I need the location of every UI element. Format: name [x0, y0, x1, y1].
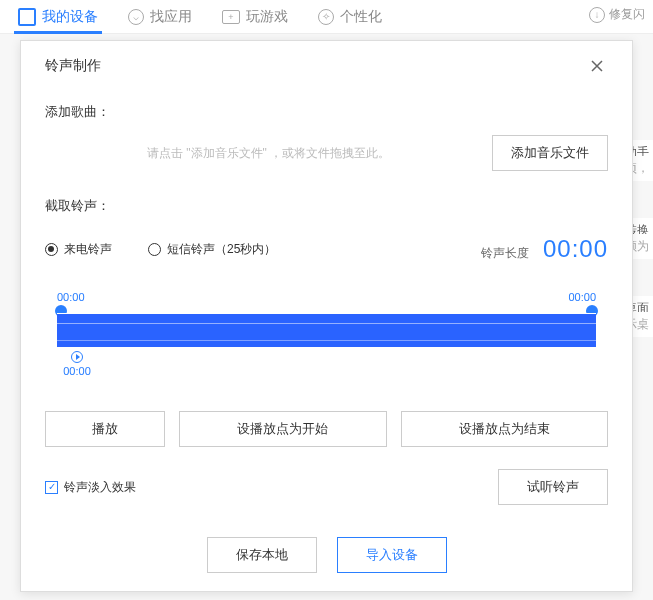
top-right-label: 修复闪 [609, 6, 645, 23]
ringtone-maker-dialog: 铃声制作 添加歌曲： 请点击 "添加音乐文件" ，或将文件拖拽至此。 添加音乐文… [20, 40, 633, 592]
sparkle-icon: ✧ [318, 9, 334, 25]
length-value: 00:00 [543, 235, 608, 263]
topnav-item-device[interactable]: 我的设备 [18, 0, 98, 33]
save-local-button[interactable]: 保存本地 [207, 537, 317, 573]
fade-row: ✓ 铃声淡入效果 试听铃声 [45, 469, 608, 505]
set-end-button[interactable]: 设播放点为结束 [401, 411, 609, 447]
checkbox-icon: ✓ [45, 481, 58, 494]
playback-controls-row: 播放 设播放点为开始 设播放点为结束 [45, 411, 608, 447]
wave-end-time: 00:00 [568, 291, 596, 303]
waveform-track[interactable] [57, 313, 596, 347]
top-right-status: ↓ 修复闪 [589, 6, 645, 23]
close-icon [591, 60, 603, 72]
preview-ringtone-button[interactable]: 试听铃声 [498, 469, 608, 505]
radio-label: 短信铃声（25秒内） [167, 241, 276, 258]
playhead[interactable]: 00:00 [57, 351, 97, 377]
add-song-row: 请点击 "添加音乐文件" ，或将文件拖拽至此。 添加音乐文件 [45, 135, 608, 171]
add-song-hint: 请点击 "添加音乐文件" ，或将文件拖拽至此。 [45, 145, 492, 162]
topnav-item-personalize[interactable]: ✧ 个性化 [318, 0, 382, 33]
download-icon: ↓ [589, 7, 605, 23]
bag-icon: ⌵ [128, 9, 144, 25]
set-start-button[interactable]: 设播放点为开始 [179, 411, 387, 447]
dialog-header: 铃声制作 [45, 55, 608, 85]
topnav-label: 找应用 [150, 8, 192, 26]
dialog-footer: 保存本地 导入设备 [45, 509, 608, 573]
radio-call-ringtone[interactable]: 来电铃声 [45, 241, 112, 258]
topnav-label: 我的设备 [42, 8, 98, 26]
topnav-item-apps[interactable]: ⌵ 找应用 [128, 0, 192, 33]
topnav-label: 个性化 [340, 8, 382, 26]
trim-label: 截取铃声： [45, 197, 608, 215]
topnav-item-games[interactable]: + 玩游戏 [222, 0, 288, 33]
gamepad-icon: + [222, 10, 240, 24]
waveform-area: 00:00 00:00 00:00 [45, 291, 608, 377]
import-device-button[interactable]: 导入设备 [337, 537, 447, 573]
topnav-label: 玩游戏 [246, 8, 288, 26]
ringtone-length-group: 铃声长度 00:00 [481, 235, 608, 263]
radio-dot-icon [45, 243, 58, 256]
radio-label: 来电铃声 [64, 241, 112, 258]
device-icon [18, 8, 36, 26]
play-button[interactable]: 播放 [45, 411, 165, 447]
fade-in-checkbox[interactable]: ✓ 铃声淡入效果 [45, 479, 136, 496]
top-nav: 我的设备 ⌵ 找应用 + 玩游戏 ✧ 个性化 ↓ 修复闪 [0, 0, 653, 34]
checkbox-label: 铃声淡入效果 [64, 479, 136, 496]
play-icon [71, 351, 83, 363]
length-label: 铃声长度 [481, 245, 529, 262]
wave-start-time: 00:00 [57, 291, 85, 303]
radio-sms-ringtone[interactable]: 短信铃声（25秒内） [148, 241, 276, 258]
radio-dot-icon [148, 243, 161, 256]
dialog-title: 铃声制作 [45, 57, 101, 75]
ringtone-type-row: 来电铃声 短信铃声（25秒内） 铃声长度 00:00 [45, 235, 608, 263]
waveform-time-labels: 00:00 00:00 [57, 291, 596, 303]
add-music-file-button[interactable]: 添加音乐文件 [492, 135, 608, 171]
playhead-time: 00:00 [63, 365, 91, 377]
add-song-label: 添加歌曲： [45, 103, 608, 121]
close-button[interactable] [586, 55, 608, 77]
